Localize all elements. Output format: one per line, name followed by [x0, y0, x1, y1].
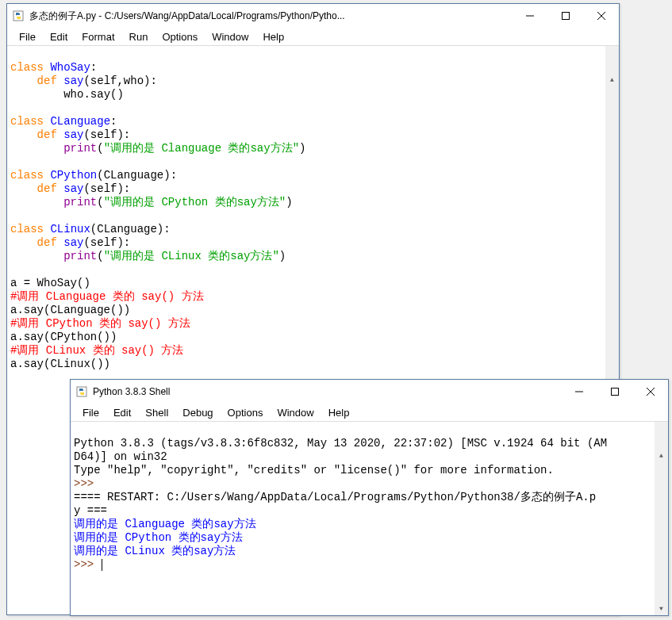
menu-options[interactable]: Options — [155, 29, 205, 44]
code-text: ) — [286, 196, 292, 209]
code-builtin: print — [63, 196, 97, 209]
code-text: a.say(CLinux()) — [10, 358, 110, 370]
code-text: ( — [97, 142, 103, 155]
code-text: (self,who): — [83, 75, 156, 87]
editor-menubar: File Edit Format Run Options Window Help — [7, 28, 619, 45]
shell-window: Python 3.8.3 Shell File Edit Shell Debug… — [70, 379, 669, 616]
code-text: (self): — [83, 236, 130, 249]
shell-banner: Python 3.8.3 (tags/v3.8.3:6f8c832, May 1… — [74, 437, 607, 450]
shell-menu-file[interactable]: File — [75, 405, 106, 420]
code-keyword: class — [10, 61, 44, 74]
close-button[interactable] — [583, 4, 619, 28]
code-text: : — [110, 115, 117, 128]
shell-menubar: File Edit Shell Debug Options Window Hel… — [71, 404, 668, 421]
text-cursor — [102, 559, 102, 571]
code-text: (self): — [83, 182, 130, 195]
shell-stdout: 调用的是 CPython 类的say方法 — [74, 531, 243, 544]
scroll-up-icon[interactable]: ▲ — [605, 73, 619, 86]
svg-rect-2 — [562, 13, 569, 20]
menu-format[interactable]: Format — [75, 29, 121, 44]
code-comment: #调用 CLanguage 类的 say() 方法 — [10, 290, 204, 303]
code-string: "调用的是 CPython 类的say方法" — [104, 196, 286, 209]
code-classname: CPython — [50, 169, 97, 182]
shell-banner: D64)] on win32 — [74, 450, 167, 463]
code-text: a.say(CPython()) — [10, 331, 117, 343]
code-text: ) — [299, 142, 305, 155]
code-builtin: print — [63, 142, 97, 155]
scroll-up-icon[interactable]: ▲ — [655, 449, 668, 462]
code-funcname: say — [63, 236, 83, 249]
shell-stdout: 调用的是 CLinux 类的say方法 — [74, 545, 236, 557]
code-keyword: def — [37, 128, 57, 141]
code-builtin: print — [63, 250, 97, 262]
code-text: (CLanguage): — [90, 223, 171, 235]
shell-menu-shell[interactable]: Shell — [138, 405, 175, 420]
shell-menu-help[interactable]: Help — [321, 405, 357, 420]
code-text: a = WhoSay() — [10, 277, 90, 289]
shell-prompt: >>> — [74, 558, 101, 571]
code-classname: CLinux — [50, 223, 90, 235]
close-button[interactable] — [632, 380, 668, 404]
code-classname: CLanguage — [50, 115, 110, 128]
code-comment: #调用 CPython 类的 say() 方法 — [10, 317, 190, 330]
menu-help[interactable]: Help — [255, 29, 291, 44]
code-keyword: class — [10, 223, 44, 235]
maximize-button[interactable] — [547, 4, 583, 28]
code-funcname: say — [63, 75, 83, 87]
editor-titlebar[interactable]: 多态的例子A.py - C:/Users/Wang/AppData/Local/… — [7, 4, 619, 28]
code-classname: WhoSay — [50, 61, 90, 74]
shell-banner: Type "help", "copyright", "credits" or "… — [74, 464, 554, 476]
editor-title: 多态的例子A.py - C:/Users/Wang/AppData/Local/… — [29, 10, 512, 23]
code-text: (self): — [83, 128, 130, 141]
menu-file[interactable]: File — [12, 29, 43, 44]
shell-prompt: >>> — [74, 477, 101, 490]
shell-restart: ==== RESTART: C:/Users/Wang/AppData/Loca… — [74, 491, 596, 503]
code-string: "调用的是 Clanguage 类的say方法" — [104, 142, 299, 155]
code-text: ) — [279, 250, 286, 262]
code-keyword: def — [37, 182, 57, 195]
window-controls — [561, 380, 668, 404]
shell-menu-window[interactable]: Window — [270, 405, 321, 420]
maximize-button[interactable] — [597, 380, 632, 404]
minimize-button[interactable] — [561, 380, 597, 404]
scroll-down-icon[interactable]: ▼ — [655, 602, 668, 615]
shell-restart: y === — [74, 504, 107, 517]
code-text: (CLanguage): — [97, 169, 177, 182]
shell-output[interactable]: Python 3.8.3 (tags/v3.8.3:6f8c832, May 1… — [71, 421, 668, 615]
python-shell-icon — [75, 385, 88, 398]
menu-run[interactable]: Run — [122, 29, 156, 44]
code-text: who.say() — [63, 88, 124, 101]
python-file-icon — [12, 10, 25, 22]
code-comment: #调用 CLinux 类的 say() 方法 — [10, 344, 183, 357]
shell-stdout: 调用的是 Clanguage 类的say方法 — [74, 518, 256, 530]
menu-window[interactable]: Window — [205, 29, 255, 44]
code-funcname: say — [63, 182, 83, 195]
svg-rect-7 — [611, 388, 618, 396]
code-text: : — [90, 61, 97, 74]
shell-menu-edit[interactable]: Edit — [106, 405, 138, 420]
minimize-button[interactable] — [512, 4, 547, 28]
shell-titlebar[interactable]: Python 3.8.3 Shell — [71, 380, 668, 404]
code-text: ( — [97, 196, 103, 209]
menu-edit[interactable]: Edit — [43, 29, 75, 44]
code-string: "调用的是 CLinux 类的say方法" — [104, 250, 279, 262]
vertical-scrollbar[interactable]: ▲ ▼ — [655, 422, 668, 615]
shell-title: Python 3.8.3 Shell — [93, 386, 561, 397]
code-keyword: class — [10, 169, 44, 182]
window-controls — [512, 4, 619, 28]
code-keyword: class — [10, 115, 44, 128]
code-text: a.say(CLanguage()) — [10, 304, 130, 316]
svg-rect-0 — [13, 11, 23, 21]
code-keyword: def — [37, 236, 57, 249]
svg-rect-5 — [77, 387, 86, 396]
code-funcname: say — [63, 128, 83, 141]
code-text: ( — [97, 250, 103, 262]
code-keyword: def — [37, 75, 57, 87]
shell-menu-options[interactable]: Options — [221, 405, 271, 420]
shell-menu-debug[interactable]: Debug — [175, 405, 220, 420]
